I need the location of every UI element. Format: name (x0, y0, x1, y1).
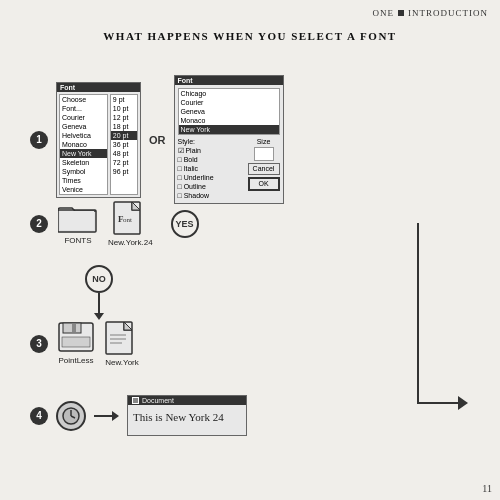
result-window: Document This is New York 24 (127, 395, 247, 436)
font-item[interactable]: Helvetica (60, 131, 107, 140)
size-input[interactable] (254, 147, 274, 161)
font-item[interactable]: Monaco (179, 116, 279, 125)
step3-circle: 3 (30, 335, 48, 353)
ok-button[interactable]: OK (248, 177, 280, 191)
fonts-folder: FONTS (58, 202, 98, 245)
step2-circle: 2 (30, 215, 48, 233)
row3: 3 PointLess New.York (30, 320, 470, 367)
big-arrow-wrap (408, 213, 468, 433)
font-item[interactable]: Monaco (60, 140, 107, 149)
arrow-down (94, 293, 104, 320)
style-right: Size Cancel OK (248, 138, 280, 191)
style-italic[interactable]: □ Italic (178, 164, 244, 173)
fonts-folder-label: FONTS (64, 236, 91, 245)
style-outline[interactable]: □ Outline (178, 182, 244, 191)
font-item[interactable]: Courier (179, 98, 279, 107)
size-label: Size (257, 138, 271, 145)
font-item[interactable]: Courier (60, 113, 107, 122)
font-item[interactable]: Skeleton (60, 158, 107, 167)
size-item[interactable]: 36 pt (111, 140, 137, 149)
size-item[interactable]: 12 pt (111, 113, 137, 122)
font-file: F ont New.York.24 (108, 200, 153, 247)
font-dialog: Font Choose Font... Courier Geneva Helve… (56, 82, 141, 198)
doc-label: New.York (105, 358, 139, 367)
chapter-label: ONE (373, 8, 395, 18)
font-dialog-title: Font (57, 83, 140, 92)
or-label: OR (149, 134, 166, 146)
style-dialog-title: Font (175, 76, 283, 85)
doc-icon-wrap: New.York (104, 320, 140, 367)
style-bottom: Style: ☑ Plain □ Bold □ Italic □ Underli… (178, 138, 280, 200)
disk-icon-wrap: PointLess (58, 322, 94, 365)
font-item[interactable]: Symbol (60, 167, 107, 176)
page-header: ONE INTRODUCTION (373, 8, 489, 18)
folder-icon (58, 202, 98, 234)
style-bold[interactable]: □ Bold (178, 155, 244, 164)
size-item[interactable]: 18 pt (111, 122, 137, 131)
arrow-line-h (94, 415, 112, 417)
font-item[interactable]: Geneva (179, 107, 279, 116)
font-item[interactable]: Venice (60, 185, 107, 194)
font-item[interactable]: Choose Font... (60, 95, 107, 113)
page-number: 11 (482, 483, 492, 494)
font-file-icon: F ont (112, 200, 148, 236)
result-text: This is New York 24 (128, 405, 246, 435)
style-label: Style: (178, 138, 244, 145)
style-plain[interactable]: ☑ Plain (178, 146, 244, 155)
disk-icon (58, 322, 94, 354)
svg-rect-1 (60, 211, 94, 230)
section-label: INTRODUCTION (408, 8, 488, 18)
doc-icon (104, 320, 140, 356)
font-item[interactable]: Chicago (179, 89, 279, 98)
header-separator (398, 10, 404, 16)
page-title: WHAT HAPPENS WHEN YOU SELECT A FONT (0, 30, 500, 42)
arrow-right (94, 411, 119, 421)
arrow-line (98, 293, 100, 313)
arrow-head-right (112, 411, 119, 421)
style-left: Style: ☑ Plain □ Bold □ Italic □ Underli… (178, 138, 244, 200)
size-item[interactable]: 72 pt (111, 158, 137, 167)
size-item-selected[interactable]: 20 pt (111, 131, 137, 140)
result-titlebar: Document (128, 396, 246, 405)
font-dialog-body: Choose Font... Courier Geneva Helvetica … (57, 92, 140, 197)
row2: 2 FONTS F ont New.York.24 YES (30, 200, 470, 247)
close-button-icon[interactable] (132, 397, 139, 404)
font-file-label: New.York.24 (108, 238, 153, 247)
size-item[interactable]: 48 pt (111, 149, 137, 158)
size-item[interactable]: 10 pt (111, 104, 137, 113)
style-dialog: Font Chicago Courier Geneva Monaco New Y… (174, 75, 284, 204)
no-section: NO (85, 265, 113, 320)
size-list[interactable]: 9 pt 10 pt 12 pt 18 pt 20 pt 36 pt 48 pt… (110, 94, 138, 195)
step1-circle: 1 (30, 131, 48, 149)
svg-rect-9 (62, 337, 90, 347)
yes-badge-wrap: YES (171, 210, 199, 238)
font-item[interactable]: Geneva (60, 122, 107, 131)
font-item-selected[interactable]: New York (60, 149, 107, 158)
big-curved-arrow (408, 213, 468, 433)
yes-badge: YES (171, 210, 199, 238)
result-window-title: Document (142, 397, 174, 404)
style-underline[interactable]: □ Underline (178, 173, 244, 182)
font-list[interactable]: Choose Font... Courier Geneva Helvetica … (59, 94, 108, 195)
disk-label: PointLess (58, 356, 93, 365)
svg-text:ont: ont (123, 216, 132, 224)
processing-icon (56, 401, 86, 431)
content-area: 1 Font Choose Font... Courier Geneva Hel… (30, 55, 470, 480)
font-item[interactable]: Times (60, 176, 107, 185)
font-item-selected[interactable]: New York (179, 125, 279, 134)
style-font-list[interactable]: Chicago Courier Geneva Monaco New York (178, 88, 280, 135)
style-shadow[interactable]: □ Shadow (178, 191, 244, 200)
clock-icon-svg (61, 406, 81, 426)
no-badge: NO (85, 265, 113, 293)
row4: 4 Document This is New York 24 (30, 395, 470, 436)
step4-circle: 4 (30, 407, 48, 425)
row1: 1 Font Choose Font... Courier Geneva Hel… (30, 75, 470, 204)
size-item[interactable]: 96 pt (111, 167, 137, 176)
size-item[interactable]: 9 pt (111, 95, 137, 104)
svg-marker-18 (458, 396, 468, 410)
style-dialog-content: Chicago Courier Geneva Monaco New York S… (175, 85, 283, 203)
arrow-head (94, 313, 104, 320)
style-checkboxes: ☑ Plain □ Bold □ Italic □ Underline □ Ou… (178, 146, 244, 200)
cancel-button[interactable]: Cancel (248, 163, 280, 175)
svg-rect-8 (72, 324, 76, 332)
